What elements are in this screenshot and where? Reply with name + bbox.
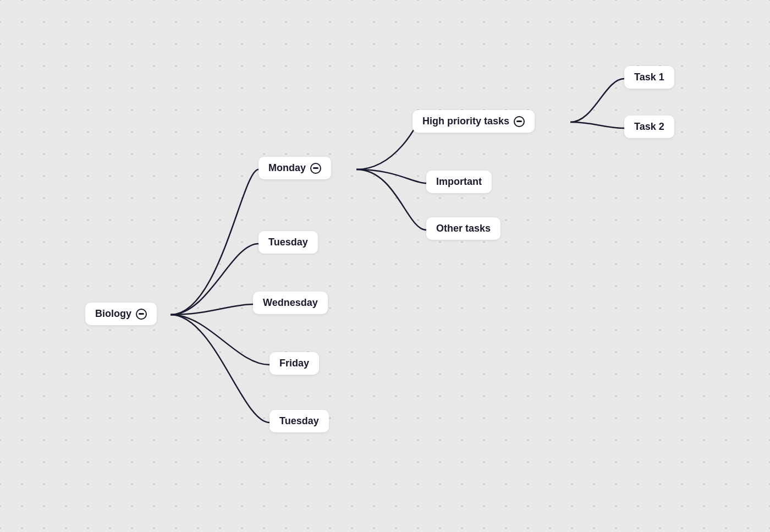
tuesday1-label: Tuesday (268, 237, 308, 248)
node-task1: Task 1 (624, 66, 674, 89)
node-monday: Monday (258, 157, 331, 179)
task1-label: Task 1 (634, 72, 664, 83)
task2-label: Task 2 (634, 121, 664, 133)
biology-collapse-btn[interactable] (136, 309, 147, 320)
node-tuesday1: Tuesday (258, 231, 318, 254)
high-priority-label: High priority tasks (422, 116, 509, 127)
node-wednesday: Wednesday (253, 292, 328, 314)
important-label: Important (436, 176, 482, 188)
node-other-tasks: Other tasks (426, 217, 501, 240)
node-high-priority: High priority tasks (413, 110, 535, 133)
friday-label: Friday (279, 358, 309, 369)
biology-label: Biology (95, 308, 131, 320)
node-friday: Friday (270, 352, 319, 375)
node-biology: Biology (85, 303, 157, 325)
other-tasks-label: Other tasks (436, 223, 491, 234)
monday-collapse-btn[interactable] (310, 163, 321, 174)
node-tuesday2: Tuesday (270, 410, 329, 432)
tuesday2-label: Tuesday (279, 415, 319, 427)
monday-label: Monday (268, 162, 306, 174)
wednesday-label: Wednesday (263, 297, 318, 309)
high-priority-collapse-btn[interactable] (514, 116, 525, 127)
node-important: Important (426, 171, 492, 193)
mind-map: Biology Monday Tuesday Wednesday Friday … (0, 0, 770, 532)
node-task2: Task 2 (624, 116, 674, 138)
